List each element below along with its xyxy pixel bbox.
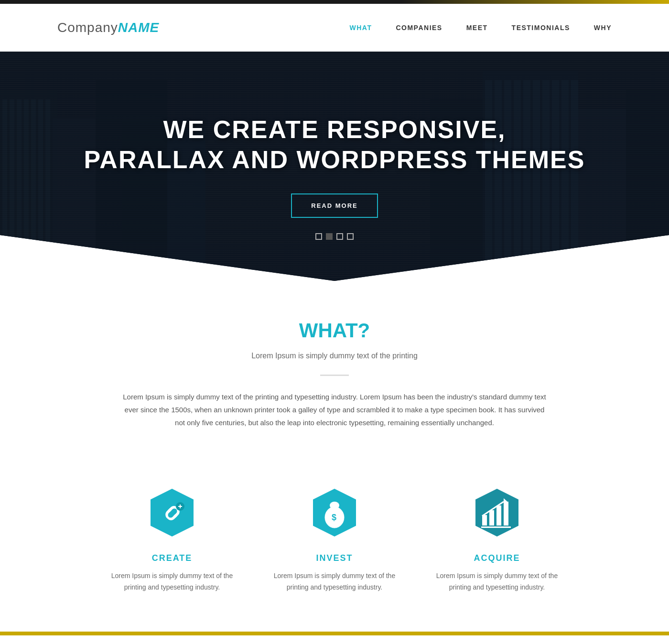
svg-marker-25 bbox=[151, 489, 194, 537]
nav-what[interactable]: WHAT bbox=[350, 24, 372, 32]
svg-rect-28 bbox=[180, 504, 181, 508]
what-section: WHAT? Lorem Ipsum is simply dummy text o… bbox=[0, 281, 669, 458]
create-title: CREATE bbox=[152, 553, 193, 563]
logo-company-text: Company bbox=[57, 20, 118, 35]
svg-rect-1 bbox=[2, 99, 7, 281]
main-nav: WHAT COMPANIES MEET TESTIMONIALS WHY bbox=[350, 24, 612, 32]
svg-point-31 bbox=[330, 502, 339, 509]
svg-rect-2 bbox=[10, 99, 14, 281]
nav-companies[interactable]: COMPANIES bbox=[396, 24, 442, 32]
logo-name-text: NAME bbox=[118, 20, 159, 35]
acquire-title: ACQUIRE bbox=[474, 553, 520, 563]
svg-rect-3 bbox=[17, 99, 22, 281]
invest-hexagon: $ bbox=[308, 486, 361, 539]
slider-dot-3[interactable] bbox=[336, 233, 343, 240]
hero-section: WE CREATE RESPONSIVE, PARALLAX AND WORDP… bbox=[0, 52, 669, 281]
slider-dots bbox=[315, 233, 354, 240]
slider-dot-4[interactable] bbox=[347, 233, 354, 240]
features-section: CREATE Lorem Ipsum is simply dummy text … bbox=[0, 458, 669, 632]
invest-desc: Lorem Ipsum is simply dummy text of the … bbox=[272, 570, 397, 593]
bottom-bar bbox=[0, 632, 669, 635]
acquire-hexagon bbox=[471, 486, 523, 539]
invest-title: INVEST bbox=[316, 553, 353, 563]
svg-rect-39 bbox=[504, 502, 508, 526]
acquire-desc: Lorem Ipsum is simply dummy text of the … bbox=[435, 570, 559, 593]
svg-rect-32 bbox=[331, 509, 338, 513]
hero-content: WE CREATE RESPONSIVE, PARALLAX AND WORDP… bbox=[36, 115, 633, 218]
what-body: Lorem Ipsum is simply dummy text of the … bbox=[119, 390, 550, 429]
header: CompanyNAME WHAT COMPANIES MEET TESTIMON… bbox=[0, 4, 669, 52]
svg-rect-5 bbox=[31, 99, 36, 281]
feature-acquire: ACQUIRE Lorem Ipsum is simply dummy text… bbox=[435, 486, 559, 593]
svg-rect-36 bbox=[482, 515, 487, 526]
what-title: WHAT? bbox=[96, 319, 573, 342]
hero-title: WE CREATE RESPONSIVE, PARALLAX AND WORDP… bbox=[84, 115, 585, 174]
create-hexagon bbox=[146, 486, 198, 539]
svg-rect-38 bbox=[496, 505, 501, 526]
what-subtitle: Lorem Ipsum is simply dummy text of the … bbox=[96, 352, 573, 360]
svg-rect-41 bbox=[481, 526, 511, 528]
nav-meet[interactable]: MEET bbox=[466, 24, 488, 32]
read-more-button[interactable]: READ MORE bbox=[291, 193, 378, 218]
feature-invest: $ INVEST Lorem Ipsum is simply dummy tex… bbox=[272, 486, 397, 593]
logo[interactable]: CompanyNAME bbox=[57, 20, 159, 35]
svg-text:$: $ bbox=[332, 513, 336, 522]
svg-rect-37 bbox=[489, 510, 494, 526]
feature-create: CREATE Lorem Ipsum is simply dummy text … bbox=[110, 486, 234, 593]
what-divider bbox=[320, 375, 349, 376]
slider-dot-2[interactable] bbox=[326, 233, 333, 240]
nav-testimonials[interactable]: TESTIMONIALS bbox=[512, 24, 570, 32]
create-desc: Lorem Ipsum is simply dummy text of the … bbox=[110, 570, 234, 593]
svg-rect-4 bbox=[24, 99, 29, 281]
nav-why[interactable]: WHY bbox=[594, 24, 612, 32]
slider-dot-1[interactable] bbox=[315, 233, 322, 240]
top-bar bbox=[0, 0, 669, 4]
